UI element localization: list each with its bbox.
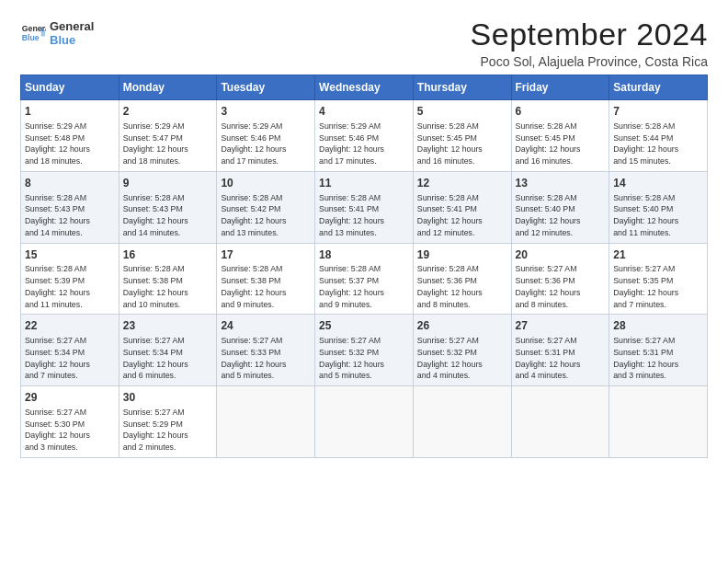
- day-number: 25: [319, 318, 409, 334]
- day-info: Sunrise: 5:28 AMSunset: 5:38 PMDaylight:…: [221, 263, 311, 310]
- day-number: 29: [25, 390, 115, 406]
- day-info: Sunrise: 5:28 AMSunset: 5:45 PMDaylight:…: [516, 121, 606, 167]
- day-number: 26: [417, 318, 507, 334]
- calendar-cell: 25Sunrise: 5:27 AMSunset: 5:32 PMDayligh…: [315, 315, 414, 386]
- day-info: Sunrise: 5:27 AMSunset: 5:34 PMDaylight:…: [25, 335, 115, 382]
- logo-icon: General Blue: [20, 20, 46, 46]
- logo-line1: General: [50, 20, 94, 34]
- day-info: Sunrise: 5:29 AMSunset: 5:46 PMDaylight:…: [221, 121, 311, 167]
- day-number: 7: [613, 104, 703, 120]
- calendar-cell: 23Sunrise: 5:27 AMSunset: 5:34 PMDayligh…: [119, 315, 217, 386]
- calendar-cell: 19Sunrise: 5:28 AMSunset: 5:36 PMDayligh…: [413, 243, 511, 315]
- calendar-cell: 24Sunrise: 5:27 AMSunset: 5:33 PMDayligh…: [217, 315, 315, 386]
- calendar-cell: 5Sunrise: 5:28 AMSunset: 5:45 PMDaylight…: [413, 100, 511, 172]
- calendar-cell: 17Sunrise: 5:28 AMSunset: 5:38 PMDayligh…: [217, 243, 315, 315]
- calendar-cell: 4Sunrise: 5:29 AMSunset: 5:46 PMDaylight…: [315, 100, 414, 172]
- day-info: Sunrise: 5:28 AMSunset: 5:43 PMDaylight:…: [25, 192, 115, 239]
- col-tuesday: Tuesday: [217, 75, 315, 100]
- col-wednesday: Wednesday: [315, 75, 414, 100]
- calendar-cell: 21Sunrise: 5:27 AMSunset: 5:35 PMDayligh…: [609, 243, 708, 315]
- col-sunday: Sunday: [21, 75, 119, 100]
- day-number: 30: [123, 390, 213, 406]
- week-row-2: 8Sunrise: 5:28 AMSunset: 5:43 PMDaylight…: [21, 171, 708, 243]
- title-block: September 2024 Poco Sol, Alajuela Provin…: [471, 17, 708, 69]
- calendar-cell: 22Sunrise: 5:27 AMSunset: 5:34 PMDayligh…: [21, 315, 119, 386]
- day-number: 2: [123, 104, 213, 120]
- calendar-cell: [609, 386, 708, 458]
- day-number: 21: [613, 247, 703, 263]
- svg-marker-3: [41, 31, 45, 36]
- day-info: Sunrise: 5:27 AMSunset: 5:34 PMDaylight:…: [123, 335, 213, 382]
- day-number: 15: [25, 247, 115, 263]
- calendar-cell: 13Sunrise: 5:28 AMSunset: 5:40 PMDayligh…: [511, 171, 609, 243]
- calendar-cell: 8Sunrise: 5:28 AMSunset: 5:43 PMDaylight…: [21, 171, 119, 243]
- day-number: 20: [516, 247, 606, 263]
- calendar-cell: 2Sunrise: 5:29 AMSunset: 5:47 PMDaylight…: [119, 100, 217, 172]
- day-number: 13: [516, 176, 606, 191]
- logo-line2: Blue: [50, 34, 94, 48]
- day-number: 22: [25, 318, 115, 334]
- calendar-cell: 16Sunrise: 5:28 AMSunset: 5:38 PMDayligh…: [119, 243, 217, 315]
- day-info: Sunrise: 5:29 AMSunset: 5:47 PMDaylight:…: [123, 121, 213, 167]
- week-row-1: 1Sunrise: 5:29 AMSunset: 5:48 PMDaylight…: [21, 100, 708, 172]
- logo: General Blue General Blue: [20, 18, 94, 48]
- calendar-cell: 6Sunrise: 5:28 AMSunset: 5:45 PMDaylight…: [511, 100, 609, 172]
- day-number: 10: [221, 176, 311, 191]
- day-info: Sunrise: 5:27 AMSunset: 5:30 PMDaylight:…: [25, 407, 115, 454]
- calendar-table: Sunday Monday Tuesday Wednesday Thursday…: [20, 75, 708, 458]
- calendar-cell: 18Sunrise: 5:28 AMSunset: 5:37 PMDayligh…: [315, 243, 414, 315]
- day-number: 23: [123, 318, 213, 334]
- day-number: 12: [417, 176, 507, 191]
- day-info: Sunrise: 5:29 AMSunset: 5:48 PMDaylight:…: [25, 121, 115, 167]
- day-info: Sunrise: 5:29 AMSunset: 5:46 PMDaylight:…: [319, 121, 409, 167]
- calendar-cell: 29Sunrise: 5:27 AMSunset: 5:30 PMDayligh…: [21, 386, 119, 458]
- day-info: Sunrise: 5:28 AMSunset: 5:36 PMDaylight:…: [417, 263, 507, 310]
- day-number: 19: [417, 247, 507, 263]
- month-title: September 2024: [471, 17, 708, 52]
- day-info: Sunrise: 5:28 AMSunset: 5:37 PMDaylight:…: [319, 263, 409, 310]
- calendar-cell: 11Sunrise: 5:28 AMSunset: 5:41 PMDayligh…: [315, 171, 414, 243]
- svg-text:Blue: Blue: [22, 33, 40, 42]
- day-info: Sunrise: 5:27 AMSunset: 5:35 PMDaylight:…: [613, 263, 703, 310]
- header-row-days: Sunday Monday Tuesday Wednesday Thursday…: [21, 75, 708, 100]
- day-number: 27: [516, 318, 606, 334]
- day-info: Sunrise: 5:28 AMSunset: 5:39 PMDaylight:…: [25, 263, 115, 310]
- day-info: Sunrise: 5:27 AMSunset: 5:31 PMDaylight:…: [613, 335, 703, 382]
- day-number: 6: [516, 104, 606, 120]
- day-number: 11: [319, 176, 409, 191]
- col-friday: Friday: [511, 75, 609, 100]
- day-number: 1: [25, 104, 115, 120]
- col-saturday: Saturday: [609, 75, 708, 100]
- calendar-cell: 15Sunrise: 5:28 AMSunset: 5:39 PMDayligh…: [21, 243, 119, 315]
- calendar-cell: [315, 386, 414, 458]
- calendar-cell: 30Sunrise: 5:27 AMSunset: 5:29 PMDayligh…: [119, 386, 217, 458]
- day-info: Sunrise: 5:27 AMSunset: 5:32 PMDaylight:…: [417, 335, 507, 382]
- day-number: 24: [221, 318, 311, 334]
- day-number: 8: [25, 176, 115, 191]
- calendar-cell: 1Sunrise: 5:29 AMSunset: 5:48 PMDaylight…: [21, 100, 119, 172]
- week-row-4: 22Sunrise: 5:27 AMSunset: 5:34 PMDayligh…: [21, 315, 708, 386]
- day-number: 14: [613, 176, 703, 191]
- day-number: 28: [613, 318, 703, 334]
- calendar-cell: [413, 386, 511, 458]
- day-info: Sunrise: 5:28 AMSunset: 5:45 PMDaylight:…: [417, 121, 507, 167]
- subtitle: Poco Sol, Alajuela Province, Costa Rica: [471, 54, 708, 69]
- calendar-cell: [511, 386, 609, 458]
- day-info: Sunrise: 5:28 AMSunset: 5:40 PMDaylight:…: [516, 192, 606, 239]
- day-info: Sunrise: 5:27 AMSunset: 5:36 PMDaylight:…: [516, 263, 606, 310]
- week-row-3: 15Sunrise: 5:28 AMSunset: 5:39 PMDayligh…: [21, 243, 708, 315]
- calendar-cell: 27Sunrise: 5:27 AMSunset: 5:31 PMDayligh…: [511, 315, 609, 386]
- header-row: General Blue General Blue September 2024…: [20, 17, 708, 69]
- day-number: 18: [319, 247, 409, 263]
- day-info: Sunrise: 5:28 AMSunset: 5:44 PMDaylight:…: [613, 121, 703, 167]
- calendar-cell: 20Sunrise: 5:27 AMSunset: 5:36 PMDayligh…: [511, 243, 609, 315]
- day-number: 16: [123, 247, 213, 263]
- day-number: 9: [123, 176, 213, 191]
- calendar-cell: 7Sunrise: 5:28 AMSunset: 5:44 PMDaylight…: [609, 100, 708, 172]
- day-number: 17: [221, 247, 311, 263]
- day-info: Sunrise: 5:27 AMSunset: 5:31 PMDaylight:…: [516, 335, 606, 382]
- day-info: Sunrise: 5:28 AMSunset: 5:43 PMDaylight:…: [123, 192, 213, 239]
- calendar-cell: 26Sunrise: 5:27 AMSunset: 5:32 PMDayligh…: [413, 315, 511, 386]
- day-info: Sunrise: 5:27 AMSunset: 5:33 PMDaylight:…: [221, 335, 311, 382]
- day-number: 5: [417, 104, 507, 120]
